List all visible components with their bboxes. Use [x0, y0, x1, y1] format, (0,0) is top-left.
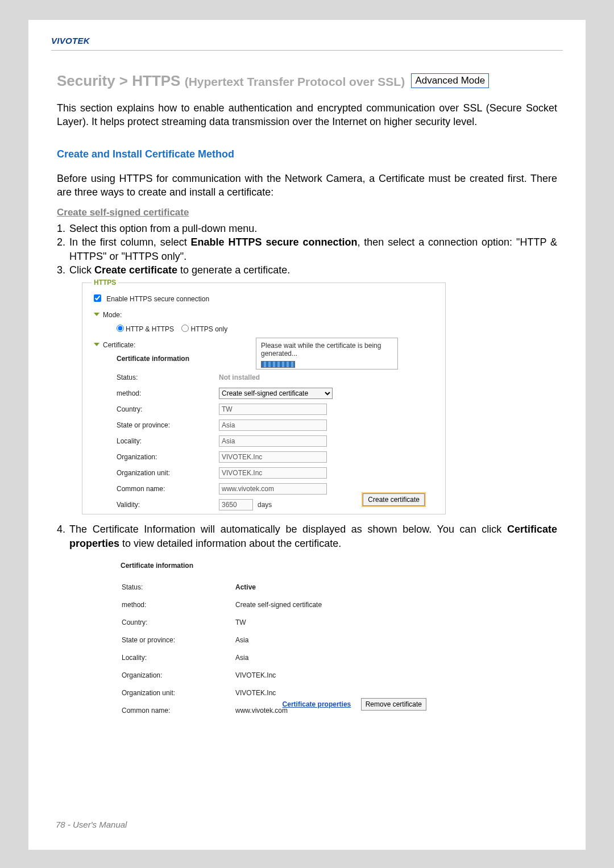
state-value: Asia: [235, 636, 248, 644]
step-1: 1. Select this option from a pull-down m…: [57, 222, 557, 235]
orgunit-label: Organization unit:: [122, 689, 235, 697]
step-number: 2.: [57, 235, 69, 263]
status-label: Status:: [117, 373, 219, 381]
mode-options: HTTP & HTTPS HTTPS only: [94, 325, 434, 333]
step-3: 3. Click Create certificate to generate …: [57, 263, 557, 277]
create-certificate-button[interactable]: Create certificate: [363, 493, 425, 506]
method-value: Create self-signed certificate: [235, 601, 322, 609]
status-label: Status:: [122, 583, 235, 591]
cn-label: Common name:: [117, 485, 219, 493]
mode-http-https-label: HTTP & HTTPS: [126, 325, 174, 333]
step-number: 3.: [57, 263, 69, 277]
org-label: Organization:: [117, 453, 219, 461]
step-text: In the first column, select Enable HTTPS…: [69, 235, 557, 263]
enable-https-row: Enable HTTPS secure connection: [94, 294, 434, 303]
wait-dialog: Please wait while the certificate is bei…: [256, 338, 398, 369]
state-label: State or province:: [122, 636, 235, 644]
status-value: Not installed: [219, 373, 260, 381]
country-label: Country:: [117, 405, 219, 413]
country-value: TW: [235, 618, 246, 626]
org-label: Organization:: [122, 671, 235, 679]
days-label: days: [258, 501, 272, 509]
validity-label: Validity:: [117, 501, 219, 509]
steps-list: 1. Select this option from a pull-down m…: [57, 222, 557, 277]
pre-steps-paragraph: Before using HTTPS for communication wit…: [57, 172, 557, 200]
remove-certificate-button[interactable]: Remove certificate: [361, 698, 426, 711]
locality-input[interactable]: [219, 435, 327, 447]
heading-sub: (Hypertext Transfer Protocol over SSL): [185, 75, 405, 88]
state-input[interactable]: [219, 420, 327, 431]
section-heading: Create and Install Certificate Method: [57, 148, 557, 160]
cert-actions: Certificate properties Remove certificat…: [283, 698, 426, 711]
method-label: method:: [117, 389, 219, 397]
page-heading: Security > HTTPS (Hypertext Transfer Pro…: [57, 72, 557, 90]
state-label: State or province:: [117, 421, 219, 429]
page-footer: 78 - User's Manual: [56, 820, 127, 829]
country-label: Country:: [122, 618, 235, 626]
step-number: 1.: [57, 222, 69, 235]
certificate-table: Certificate information Status: Not inst…: [94, 355, 434, 513]
org-value: VIVOTEK.Inc: [235, 671, 276, 679]
step-text: Select this option from a pull-down menu…: [69, 222, 557, 235]
locality-label: Locality:: [117, 437, 219, 445]
mode-http-https-radio[interactable]: [117, 325, 124, 332]
heading-main: Security > HTTPS: [57, 72, 180, 89]
https-fieldset: HTTPS Enable HTTPS secure connection Mod…: [82, 283, 446, 514]
certificate-properties-link[interactable]: Certificate properties: [283, 700, 351, 708]
content: Security > HTTPS (Hypertext Transfer Pro…: [51, 51, 563, 715]
step-text: Click Create certificate to generate a c…: [69, 263, 557, 277]
step-number: 4.: [57, 522, 69, 550]
screenshot-https-config: HTTPS Enable HTTPS secure connection Mod…: [82, 283, 446, 514]
step-2: 2. In the first column, select Enable HT…: [57, 235, 557, 263]
orgunit-input[interactable]: [219, 467, 327, 479]
progress-bar: [261, 361, 295, 368]
cert-info-header: Certificate information: [121, 562, 428, 570]
locality-value: Asia: [235, 654, 248, 662]
page: VIVOTEK Security > HTTPS (Hypertext Tran…: [28, 20, 586, 850]
subsection-heading: Create self-signed certificate: [57, 207, 557, 218]
brand-title: VIVOTEK: [51, 36, 563, 51]
orgunit-value: VIVOTEK.Inc: [235, 689, 276, 697]
mode-section-label[interactable]: Mode:: [94, 311, 434, 319]
org-input[interactable]: [219, 451, 327, 463]
cn-value: www.vivotek.com: [235, 707, 288, 715]
screenshot-cert-info: Certificate information Status: Active m…: [114, 556, 432, 715]
step-text: The Certificate Information will automat…: [69, 522, 557, 550]
country-input[interactable]: [219, 404, 327, 415]
method-label: method:: [122, 601, 235, 609]
validity-input[interactable]: [219, 499, 253, 510]
advanced-mode-badge: Advanced Mode: [411, 73, 489, 88]
intro-paragraph: This section explains how to enable auth…: [57, 101, 557, 129]
fieldset-legend: HTTPS: [92, 279, 118, 286]
step-4: 4. The Certificate Information will auto…: [57, 522, 557, 550]
cn-label: Common name:: [122, 707, 235, 715]
enable-https-checkbox[interactable]: [94, 294, 101, 302]
method-select[interactable]: Create self-signed certificate: [219, 388, 333, 399]
wait-message: Please wait while the certificate is bei…: [261, 342, 393, 358]
pre-steps-text: Before using HTTPS for communication wit…: [57, 173, 557, 198]
cn-input[interactable]: [219, 483, 327, 495]
enable-https-label: Enable HTTPS secure connection: [106, 295, 209, 303]
locality-label: Locality:: [122, 654, 235, 662]
mode-https-only-label: HTTPS only: [190, 325, 227, 333]
mode-https-only-radio[interactable]: [181, 325, 189, 332]
orgunit-label: Organization unit:: [117, 469, 219, 477]
status-value: Active: [235, 583, 256, 591]
